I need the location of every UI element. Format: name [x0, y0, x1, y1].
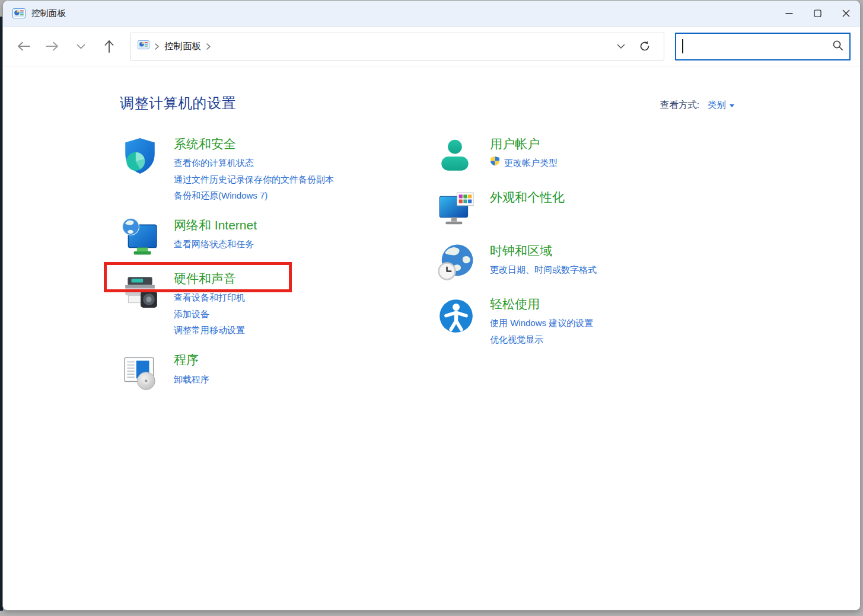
- page-title: 调整计算机的设置: [120, 94, 236, 113]
- task-link[interactable]: 备份和还原(Windows 7): [174, 187, 334, 203]
- text-cursor: [682, 39, 683, 53]
- category-appearance-personalization: 外观和个性化: [436, 190, 768, 229]
- up-button[interactable]: [97, 34, 122, 58]
- category-programs: 程序 卸载程序: [120, 352, 436, 391]
- category-column-right: 用户帐户 更改帐户类型: [436, 136, 768, 406]
- category-title[interactable]: 系统和安全: [174, 136, 236, 152]
- close-button[interactable]: [832, 1, 860, 26]
- control-panel-icon: [138, 40, 149, 52]
- category-title[interactable]: 网络和 Internet: [174, 218, 257, 233]
- category-column-left: 系统和安全 查看你的计算机状态 通过文件历史记录保存你的文件备份副本 备份和还原…: [120, 136, 436, 406]
- view-by-dropdown[interactable]: 类别: [708, 99, 734, 111]
- minimize-button[interactable]: [775, 1, 803, 26]
- category-title[interactable]: 外观和个性化: [490, 190, 565, 205]
- task-link[interactable]: 通过文件历史记录保存你的文件备份副本: [174, 171, 334, 187]
- task-link[interactable]: 查看你的计算机状态: [174, 155, 334, 171]
- address-dropdown-chevron-icon[interactable]: [609, 34, 633, 58]
- category-hardware-sound: 硬件和声音 查看设备和打印机 添加设备 调整常用移动设置: [120, 271, 436, 338]
- recent-locations-chevron-icon[interactable]: [68, 34, 93, 58]
- accessibility-icon[interactable]: [436, 296, 479, 347]
- task-link[interactable]: 更改帐户类型: [490, 155, 558, 171]
- task-link[interactable]: 查看设备和打印机: [174, 289, 245, 305]
- category-user-accounts: 用户帐户 更改帐户类型: [436, 136, 768, 175]
- category-grid: 系统和安全 查看你的计算机状态 通过文件历史记录保存你的文件备份副本 备份和还原…: [3, 136, 860, 406]
- category-title[interactable]: 时钟和区域: [490, 243, 552, 258]
- refresh-icon[interactable]: [633, 34, 657, 58]
- category-title[interactable]: 用户帐户: [490, 136, 540, 152]
- category-title[interactable]: 程序: [174, 352, 199, 368]
- category-network-internet: 网络和 Internet 查看网络状态和任务: [120, 218, 436, 257]
- monitor-palette-icon[interactable]: [436, 190, 479, 229]
- breadcrumb[interactable]: 控制面板: [130, 33, 664, 60]
- page-header: 调整计算机的设置 查看方式: 类别: [3, 66, 860, 113]
- view-by-value[interactable]: 类别: [708, 99, 726, 111]
- window-title: 控制面板: [31, 8, 66, 19]
- chevron-right-icon[interactable]: [206, 43, 211, 50]
- control-panel-icon: [12, 8, 26, 19]
- category-ease-of-access: 轻松使用 使用 Windows 建议的设置 优化视觉显示: [436, 296, 768, 347]
- task-link-label[interactable]: 更改帐户类型: [504, 155, 558, 171]
- globe-clock-icon[interactable]: [436, 243, 479, 282]
- category-title[interactable]: 硬件和声音: [174, 271, 236, 286]
- user-icon[interactable]: [436, 136, 479, 175]
- titlebar: 控制面板: [3, 1, 860, 27]
- task-link[interactable]: 卸载程序: [174, 371, 209, 387]
- dropdown-caret-icon: [730, 104, 734, 107]
- back-button[interactable]: [11, 34, 36, 58]
- shield-pie-icon[interactable]: [120, 136, 163, 203]
- window-cd-icon[interactable]: [120, 352, 163, 391]
- navigation-toolbar: 控制面板: [3, 27, 860, 66]
- view-by: 查看方式: 类别: [660, 99, 734, 111]
- forward-button[interactable]: [40, 34, 65, 58]
- task-link[interactable]: 更改日期、时间或数字格式: [490, 261, 597, 277]
- task-link[interactable]: 使用 Windows 建议的设置: [490, 315, 593, 331]
- category-title[interactable]: 轻松使用: [490, 296, 540, 312]
- chevron-right-icon[interactable]: [155, 43, 159, 50]
- category-system-security: 系统和安全 查看你的计算机状态 通过文件历史记录保存你的文件备份副本 备份和还原…: [120, 136, 436, 203]
- maximize-button[interactable]: [803, 1, 832, 26]
- search-input[interactable]: [686, 42, 833, 52]
- control-panel-window: 控制面板: [2, 0, 861, 611]
- breadcrumb-root[interactable]: 控制面板: [164, 40, 201, 53]
- content-area: 调整计算机的设置 查看方式: 类别: [3, 66, 860, 610]
- monitor-globe-icon[interactable]: [120, 218, 163, 257]
- task-link[interactable]: 调整常用移动设置: [174, 322, 245, 338]
- category-clock-region: 时钟和区域 更改日期、时间或数字格式: [436, 243, 768, 282]
- printer-speaker-icon[interactable]: [120, 271, 163, 338]
- view-by-label: 查看方式:: [660, 99, 699, 111]
- search-box[interactable]: [675, 33, 851, 60]
- task-link[interactable]: 添加设备: [174, 306, 245, 322]
- task-link[interactable]: 查看网络状态和任务: [174, 236, 257, 252]
- window-controls: [775, 1, 860, 26]
- search-icon[interactable]: [832, 40, 843, 53]
- uac-shield-icon: [490, 155, 500, 171]
- task-link[interactable]: 优化视觉显示: [490, 331, 593, 347]
